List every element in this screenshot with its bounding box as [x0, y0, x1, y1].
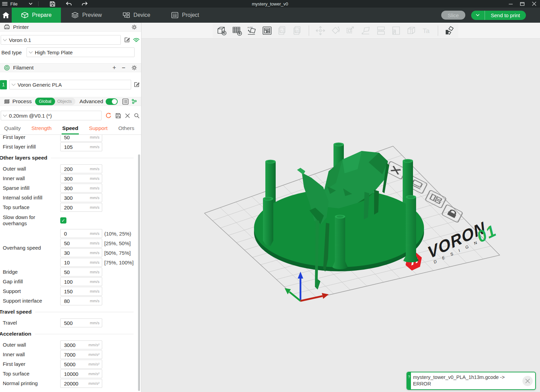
- objects-settings-icon[interactable]: [131, 98, 137, 105]
- delete-preset-icon[interactable]: [125, 113, 130, 118]
- setting-input-top-surface[interactable]: 10000mm/s²: [60, 369, 102, 378]
- edit-printer-icon[interactable]: [124, 37, 130, 43]
- setting-input-outer-wall[interactable]: 200mm/s: [60, 164, 102, 173]
- checkbox-checked-icon[interactable]: ✓: [60, 217, 66, 224]
- hamburger-icon[interactable]: [2, 2, 8, 6]
- setting-input-gap-infill[interactable]: 100mm/s: [60, 277, 102, 286]
- tab-device[interactable]: Device: [112, 8, 161, 23]
- process-preset-select[interactable]: 0.20mm @V0.1 (*): [1, 111, 102, 120]
- setting-input-first-layer-infill[interactable]: 105mm/s: [60, 142, 102, 151]
- paste-icon[interactable]: P: [292, 25, 303, 36]
- svg-text:0: 0: [280, 29, 283, 34]
- close-icon[interactable]: [528, 0, 540, 8]
- setting-input-inner-wall[interactable]: 7000mm/s²: [60, 350, 102, 359]
- scope-objects[interactable]: Objects: [55, 99, 75, 104]
- add-filament-button[interactable]: +: [111, 64, 117, 72]
- rotate-icon[interactable]: [330, 25, 341, 36]
- param-tab-others[interactable]: Others: [118, 125, 135, 134]
- build-plate-scene[interactable]: VORON D E S I G N 01: [141, 39, 540, 392]
- bed-type-select[interactable]: High Temp Plate: [27, 47, 135, 57]
- tab-preview[interactable]: Preview: [61, 8, 112, 23]
- setting-input-overhang-speed-25-50[interactable]: 50mm/s: [60, 239, 102, 248]
- scope-global[interactable]: Global: [35, 98, 55, 105]
- gear-icon[interactable]: [131, 24, 137, 30]
- setting-input-overhang-speed-10-25[interactable]: 0mm/s: [60, 229, 102, 238]
- arrange-plate-icon[interactable]: [425, 190, 446, 208]
- setting-row-outer-wall: Outer wall3000mm/s²: [0, 340, 141, 350]
- setting-input-sparse-infill[interactable]: 300mm/s: [60, 184, 102, 193]
- auto-orient-icon[interactable]: AUTO: [246, 25, 257, 36]
- setting-input-outer-wall[interactable]: 3000mm/s²: [60, 340, 102, 349]
- add-model-icon[interactable]: [216, 25, 227, 36]
- param-tab-quality[interactable]: Quality: [3, 125, 21, 134]
- filament-select[interactable]: Voron Generic PLA: [9, 80, 131, 89]
- maximize-icon[interactable]: [517, 0, 528, 8]
- wifi-icon[interactable]: [133, 37, 140, 43]
- send-to-print-button[interactable]: Send to print: [471, 11, 526, 20]
- setting-input-inner-wall[interactable]: 300mm/s: [60, 174, 102, 183]
- tab-project[interactable]: Project: [161, 8, 210, 23]
- edit-filament-icon[interactable]: [134, 81, 140, 88]
- move-icon[interactable]: [315, 25, 326, 36]
- setting-row-overhang-speed: 10mm/s[75%, 100%]: [60, 258, 134, 267]
- setting-row-overhang-speed: 0mm/s(10%, 25%): [60, 229, 134, 238]
- viewport-toolbar: AUTO 0 P Ta: [141, 23, 540, 39]
- chevron-down-icon[interactable]: [29, 2, 33, 5]
- file-menu[interactable]: File: [10, 1, 18, 7]
- setting-input-first-layer[interactable]: 5000mm/s²: [60, 360, 102, 369]
- setting-row-top-surface: Top surface200mm/s: [0, 203, 141, 212]
- param-tab-speed[interactable]: Speed: [62, 125, 79, 134]
- arrange-icon[interactable]: [262, 25, 273, 36]
- lay-on-face-icon[interactable]: [360, 25, 371, 36]
- save-preset-icon[interactable]: [115, 113, 121, 119]
- process-scope-toggle[interactable]: Global Objects: [35, 98, 75, 105]
- split-to-parts-icon[interactable]: [391, 25, 402, 36]
- minimize-icon[interactable]: [505, 0, 517, 8]
- filament-slot-badge[interactable]: 1: [0, 80, 7, 89]
- gear-icon[interactable]: [131, 65, 137, 71]
- redo-icon[interactable]: [82, 1, 88, 6]
- undo-icon[interactable]: [66, 1, 72, 6]
- setting-input-top-surface[interactable]: 200mm/s: [60, 203, 102, 212]
- scene-3d[interactable]: VORON D E S I G N 01: [141, 39, 540, 392]
- setting-input-normal-printing[interactable]: 20000mm/s²: [60, 379, 102, 388]
- search-icon[interactable]: [134, 113, 140, 119]
- setting-value: 200: [61, 166, 73, 172]
- param-tab-strength[interactable]: Strength: [31, 125, 52, 134]
- close-icon[interactable]: [522, 376, 533, 386]
- add-plate-icon[interactable]: [231, 25, 242, 36]
- assembly-view-icon[interactable]: [444, 25, 455, 36]
- home-icon[interactable]: [0, 8, 12, 23]
- scale-icon[interactable]: [345, 25, 356, 36]
- process-icon: [4, 99, 10, 104]
- printer-select[interactable]: Voron 0.1: [1, 35, 121, 45]
- setting-input-support-interface[interactable]: 80mm/s: [60, 296, 102, 305]
- setting-unit: mm/s: [90, 270, 102, 274]
- save-icon[interactable]: [50, 1, 55, 7]
- toast-close-button[interactable]: [520, 372, 535, 389]
- mesh-boolean-icon[interactable]: [406, 25, 417, 36]
- setting-input-first-layer[interactable]: 50mm/s: [60, 135, 102, 142]
- param-tab-support[interactable]: Support: [88, 125, 108, 134]
- tab-prepare[interactable]: Prepare: [12, 8, 61, 23]
- setting-input-bridge[interactable]: 50mm/s: [60, 268, 102, 276]
- setting-input-overhang-speed-75-100[interactable]: 10mm/s: [60, 258, 102, 267]
- slice-button[interactable]: Slice: [441, 11, 465, 20]
- send-options-chevron-icon[interactable]: [471, 11, 485, 20]
- sidebar-scrollbar[interactable]: [138, 154, 140, 391]
- setting-input-internal-solid-infill[interactable]: 300mm/s: [60, 193, 102, 202]
- reset-preset-icon[interactable]: [105, 112, 112, 119]
- setting-input-support[interactable]: 150mm/s: [60, 287, 102, 296]
- section-divider: [51, 158, 134, 158]
- remove-filament-button[interactable]: −: [120, 64, 127, 72]
- setting-row-first-layer-infill: First layer infill105mm/s: [0, 142, 141, 152]
- split-to-objects-icon[interactable]: [375, 25, 387, 36]
- advanced-toggle[interactable]: [106, 98, 118, 105]
- setting-input-overhang-speed-50-75[interactable]: 30mm/s: [60, 248, 102, 257]
- project-icon: [171, 12, 179, 19]
- settings-list-icon[interactable]: [122, 98, 129, 105]
- setting-input-travel[interactable]: 500mm/s: [60, 318, 102, 327]
- section-divider: [35, 312, 134, 312]
- text-shape-icon[interactable]: Ta: [421, 25, 432, 36]
- copy-icon[interactable]: 0: [277, 25, 288, 36]
